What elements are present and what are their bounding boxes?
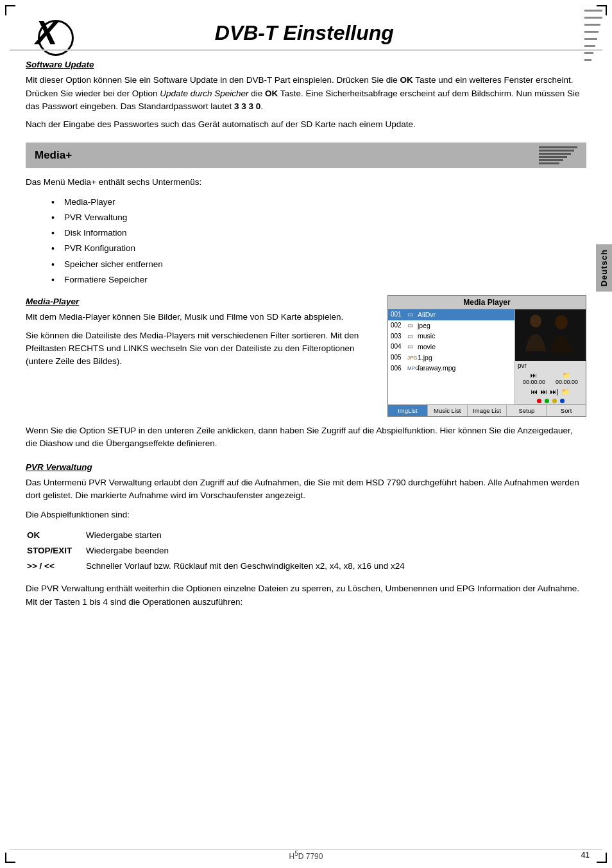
toolbar-setup[interactable]: Setup [507,405,547,416]
mp-file-row[interactable]: 002 ▭ jpeg [388,320,514,331]
software-update-body1: Mit dieser Option können Sie ein Softwar… [26,74,586,113]
pvr-verwaltung-body1: Das Untermenü PVR Verwaltung erlaubt den… [26,476,586,503]
table-row: >> / << Schneller Vorlauf bzw. Rücklauf … [27,559,585,573]
mp-file-num: 002 [391,321,407,330]
folder-icon: ▭ [407,321,418,330]
page-footer: H5D 7790 41 [10,849,602,855]
mp-file-name: movie [418,342,512,352]
mp-dots [515,397,586,404]
pvr-verwaltung-section: PVR Verwaltung Das Untermenü PVR Verwalt… [26,461,586,609]
mp-body: 001 ▭ AliDvr 002 ▭ jpeg 003 ▭ music [388,309,586,404]
skip-btn[interactable]: ⏭| [550,388,559,396]
list-item: Formatiere Sepeicher [26,272,586,288]
media-player-heading: Media-Player [26,295,377,308]
software-update-heading: Software Update [26,58,586,71]
mp-time-item: ⏭ 00:00:00 [523,372,545,385]
yellow-dot [552,399,557,403]
desc-cell: Wiedergabe beenden [86,544,585,558]
media-player-text-col: Media-Player Mit dem Media-Player können… [26,295,377,417]
page-header: X DVB-T Einstellung [10,10,602,51]
time-icon2: 📁 [563,372,570,379]
logo: X [35,16,58,49]
mp-title: Media Player [388,296,586,309]
desc-cell: Wiedergabe starten [86,528,585,542]
media-player-body2: Sie können die Dateiliste des Media-Play… [26,329,377,369]
folder-btn[interactable]: 📁 [561,388,570,396]
list-item: Media-Player [26,195,586,210]
page-number: 41 [581,851,590,860]
desc-cell: Schneller Vorlauf bzw. Rücklauf mit den … [86,559,585,573]
media-plus-intro: Das Menü Media+ enthält sechs Untermenüs… [26,176,586,189]
media-plus-heading-text: Media+ [35,149,72,162]
media-player-box: Media Player 001 ▭ AliDvr 002 ▭ jpeg [387,295,586,417]
mp-file-name: faraway.mpg [418,363,512,373]
media-player-two-col: Media-Player Mit dem Media-Player können… [26,295,586,417]
mp-file-row[interactable]: 004 ▭ movie [388,342,514,352]
key-table: OK Wiedergabe starten STOP/EXIT Wiederga… [26,527,586,575]
mp-time1: 00:00:00 [523,379,545,385]
table-row: STOP/EXIT Wiedergabe beenden [27,544,585,558]
section-decorative-lines [539,146,577,164]
time-icon: ⏭ [531,372,537,379]
toolbar-imglist[interactable]: ImgList [388,405,428,416]
mp-right-panel: pvr ⏭ 00:00:00 📁 00:00:00 [515,309,586,404]
page-content: Software Update Mit dieser Option können… [0,51,612,627]
folder-icon: ▭ [407,310,418,319]
software-update-body2: Nach der Eingabe des Passwortes such das… [26,118,586,131]
mp-file-num: 005 [391,353,407,362]
page-title: DVB-T Einstellung [71,21,577,45]
svg-rect-3 [515,309,586,361]
mp-file-row[interactable]: 005 JPG 1.jpg [388,352,514,363]
list-item: PVR Verwaltung [26,210,586,225]
media-plus-heading-bar: Media+ [26,143,586,168]
blue-dot [560,399,565,403]
list-item: Disk Information [26,225,586,241]
toolbar-sort[interactable]: Sort [547,405,586,416]
pvr-verwaltung-body2: Die Abspielfunktionen sind: [26,508,586,521]
table-row: OK Wiedergabe starten [27,528,585,542]
mp-file-row[interactable]: 001 ▭ AliDvr [388,309,514,320]
toolbar-imagelist[interactable]: Image List [468,405,507,416]
mp-time2: 00:00:00 [556,379,578,385]
mp-thumbnail [515,309,586,361]
mp-file-list: 001 ▭ AliDvr 002 ▭ jpeg 003 ▭ music [388,309,515,404]
mp-thumb-image [515,309,586,361]
media-plus-list: Media-Player PVR Verwaltung Disk Informa… [26,195,586,288]
folder-icon: ▭ [407,332,418,341]
folder-icon: ▭ [407,342,418,351]
key-cell: STOP/EXIT [27,544,85,558]
mp-file-num: 004 [391,342,407,351]
mp-file-num: 006 [391,364,407,373]
list-item: PVR Konfiguration [26,241,586,256]
media-player-screenshot: Media Player 001 ▭ AliDvr 002 ▭ jpeg [387,295,586,417]
pvr-verwaltung-body3: Die PVR Verwaltung enthält weiterhin die… [26,582,586,609]
next-btn[interactable]: ⏭ [540,388,547,396]
mp-controls: ⏮ ⏭ ⏭| 📁 [515,386,586,397]
software-update-section: Software Update Mit dieser Option können… [26,58,586,131]
mp-file-name: music [418,331,512,341]
mp-file-row[interactable]: 006 MPG faraway.mpg [388,363,514,374]
mpeg-icon: MPG [407,365,418,372]
mp-file-row[interactable]: 003 ▭ music [388,331,514,342]
mp-file-name: AliDvr [418,310,512,320]
mp-time-item: 📁 00:00:00 [556,372,578,385]
list-item: Speicher sicher entfernen [26,257,586,272]
pvr-verwaltung-heading: PVR Verwaltung [26,461,586,474]
key-cell: OK [27,528,85,542]
red-dot [537,399,541,403]
deutsch-tab: Deutsch [596,244,612,291]
toolbar-musiclist[interactable]: Music List [428,405,468,416]
media-player-body3: Wenn Sie die Option SETUP in den unteren… [26,424,586,451]
mp-file-num: 001 [391,310,407,319]
key-cell: >> / << [27,559,85,573]
mp-times: ⏭ 00:00:00 📁 00:00:00 [515,370,586,386]
mp-toolbar: ImgList Music List Image List Setup Sort [388,404,586,416]
prev-btn[interactable]: ⏮ [531,388,538,396]
mp-file-num: 003 [391,332,407,341]
green-dot [545,399,549,403]
mp-pvr-label: pvr [515,361,586,370]
media-player-body1: Mit dem Media-Player können Sie Bilder, … [26,311,377,324]
jpeg-icon: JPG [407,354,418,361]
mp-file-name: jpeg [418,321,512,331]
mp-file-name: 1.jpg [418,353,512,363]
